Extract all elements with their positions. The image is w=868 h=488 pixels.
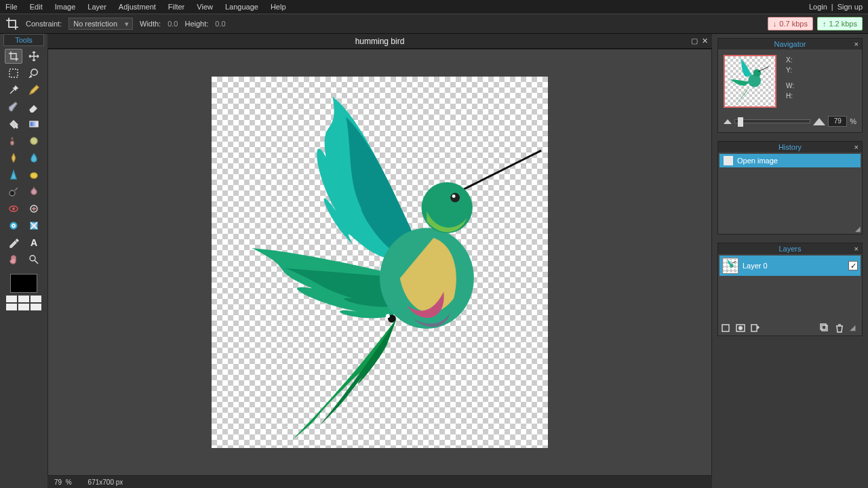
history-title: History — [778, 143, 802, 151]
tool-clone[interactable] — [5, 134, 22, 148]
tool-wand[interactable] — [5, 83, 22, 98]
zoom-pct: % — [850, 117, 856, 125]
duplicate-layer-icon[interactable] — [820, 323, 829, 333]
history-panel: History× Open image ◢ — [717, 141, 863, 235]
tool-colorpicker[interactable] — [5, 235, 22, 250]
svg-point-8 — [10, 222, 17, 229]
layer-mask-icon[interactable] — [736, 323, 745, 333]
zoom-out-icon[interactable] — [724, 119, 732, 124]
svg-point-6 — [12, 207, 15, 210]
svg-rect-26 — [822, 325, 827, 331]
tool-burn[interactable] — [25, 184, 43, 199]
svg-rect-1 — [30, 121, 38, 127]
signup-link[interactable]: Sign up — [837, 3, 863, 11]
navigator-panel: Navigator× X: Y: W: — [717, 38, 863, 133]
tool-colorreplace[interactable] — [25, 134, 43, 148]
zoom-in-icon[interactable] — [813, 118, 825, 125]
zoom-slider[interactable] — [734, 119, 810, 123]
menu-help[interactable]: Help — [271, 3, 286, 11]
arrow-up-icon: ↑ — [823, 20, 827, 28]
menu-image[interactable]: Image — [55, 3, 76, 11]
layer-thumbnail — [722, 258, 738, 274]
svg-text:A: A — [31, 237, 37, 248]
constraint-label: Constraint: — [26, 20, 62, 28]
svg-point-20 — [753, 69, 761, 77]
net-down-badge: ↓0.7 kbps — [768, 17, 813, 30]
tool-zoom[interactable] — [25, 252, 43, 267]
tool-paintbucket[interactable] — [5, 117, 22, 131]
menu-filter[interactable]: Filter — [168, 3, 184, 11]
tool-type[interactable]: A — [25, 235, 43, 250]
canvas-image-hummingbird — [212, 77, 548, 445]
tool-smudge[interactable] — [5, 150, 22, 165]
tool-pencil[interactable] — [25, 83, 43, 98]
layers-close-icon[interactable]: × — [854, 245, 859, 253]
menu-language[interactable]: Language — [225, 3, 258, 11]
tool-eraser[interactable] — [25, 100, 43, 115]
width-value[interactable]: 0.0 — [167, 20, 178, 28]
window-maximize-icon[interactable]: ▢ — [691, 37, 698, 45]
navigator-close-icon[interactable]: × — [854, 40, 859, 48]
canvas-viewport[interactable] — [47, 49, 712, 476]
tool-spotheal[interactable] — [25, 201, 43, 216]
tool-blur[interactable] — [25, 150, 43, 165]
tool-sponge[interactable] — [25, 167, 43, 182]
menu-edit[interactable]: Edit — [30, 3, 43, 11]
layer-row[interactable]: Layer 0 ✓ — [719, 256, 861, 276]
document-header: humming bird ▢ ✕ — [47, 34, 712, 49]
svg-point-2 — [31, 138, 37, 144]
tool-marquee[interactable] — [5, 66, 22, 81]
status-dimensions: 671x700 px — [88, 479, 123, 486]
new-layer-icon[interactable] — [721, 323, 730, 333]
constraint-select[interactable]: No restriction — [68, 18, 133, 30]
svg-rect-0 — [9, 69, 18, 77]
tool-gradient[interactable] — [25, 117, 43, 131]
menu-adjustment[interactable]: Adjustment — [119, 3, 156, 11]
resize-grip-icon[interactable]: ◢ — [855, 225, 861, 232]
menu-view[interactable]: View — [197, 3, 213, 11]
tool-brush[interactable] — [5, 100, 22, 115]
menubar-divider: | — [831, 3, 833, 11]
delete-layer-icon[interactable] — [835, 323, 844, 333]
layer-visibility-checkbox[interactable]: ✓ — [848, 261, 858, 270]
tool-dodge[interactable] — [5, 184, 22, 199]
navigator-thumbnail[interactable] — [724, 55, 776, 108]
tool-bloat[interactable] — [5, 218, 22, 233]
status-bar: 79 % 671x700 px — [47, 476, 712, 488]
foreground-color-swatch[interactable] — [10, 274, 37, 293]
navigator-title: Navigator — [774, 40, 806, 48]
tool-redeye[interactable] — [5, 201, 22, 216]
tools-panel: Tools A — [0, 34, 47, 488]
svg-rect-27 — [821, 324, 826, 329]
options-bar: Constraint: No restriction Width: 0.0 He… — [0, 14, 868, 34]
zoom-value[interactable]: 79 — [828, 116, 847, 127]
width-label: Width: — [140, 20, 161, 28]
layer-name: Layer 0 — [743, 262, 768, 270]
layer-fx-icon[interactable] — [751, 323, 760, 333]
tool-lasso[interactable] — [25, 66, 43, 81]
layers-title: Layers — [778, 245, 801, 253]
svg-point-15 — [450, 193, 460, 203]
tool-hand[interactable] — [5, 252, 22, 267]
svg-point-21 — [730, 264, 734, 268]
tool-crop[interactable] — [5, 49, 22, 64]
menu-layer[interactable]: Layer — [87, 3, 106, 11]
artboard[interactable] — [212, 77, 548, 448]
crop-icon — [5, 17, 19, 30]
swatch-grid[interactable] — [6, 296, 41, 310]
svg-point-16 — [452, 195, 456, 198]
status-zoom: 79 — [54, 479, 62, 486]
layers-resize-grip-icon[interactable]: ◢ — [850, 323, 859, 333]
tool-sharpen[interactable] — [5, 167, 22, 182]
login-link[interactable]: Login — [809, 3, 827, 11]
tool-pinch[interactable] — [25, 218, 43, 233]
tools-title: Tools — [3, 34, 44, 46]
window-close-icon[interactable]: ✕ — [702, 37, 708, 45]
svg-point-24 — [738, 326, 743, 330]
svg-point-18 — [386, 314, 390, 318]
menu-file[interactable]: File — [5, 3, 18, 11]
tool-move[interactable] — [25, 49, 43, 64]
history-item[interactable]: Open image — [719, 154, 861, 167]
history-close-icon[interactable]: × — [854, 143, 859, 151]
height-value[interactable]: 0.0 — [215, 20, 225, 28]
